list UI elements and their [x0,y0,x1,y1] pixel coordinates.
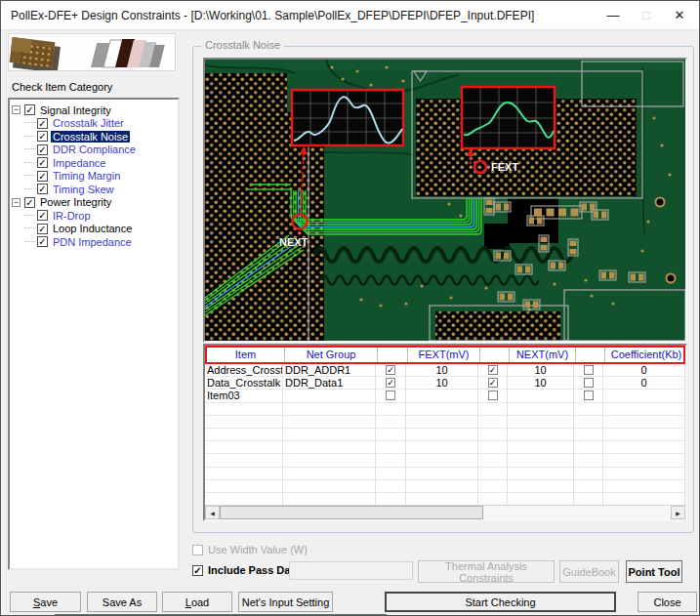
table-cell[interactable] [376,441,406,454]
include-pass-checkbox[interactable]: ✓ [192,565,203,576]
tree-item-checkbox[interactable]: ✓ [24,197,35,208]
table-cell[interactable] [574,429,603,441]
table-cell[interactable] [508,429,574,441]
table-cell[interactable] [508,480,574,493]
close-dialog-button[interactable]: Close [638,592,697,612]
tree-collapse-icon[interactable]: − [12,105,21,114]
scrollbar-thumb[interactable] [220,506,483,519]
table-cell[interactable] [508,403,574,416]
minimize-icon[interactable]: — [597,1,629,28]
table-cell[interactable] [406,429,478,441]
table-cell[interactable]: Data_Crosstalk [205,377,283,390]
close-icon[interactable]: ✕ [664,1,695,28]
table-cell[interactable]: ✓ [478,364,508,377]
table-cell[interactable] [603,429,685,441]
table-cell[interactable] [508,454,574,467]
tree-item-checkbox[interactable]: ✓ [37,131,48,142]
tree-item-checkbox[interactable]: ✓ [37,157,48,168]
table-cell[interactable]: ✓ [376,364,406,377]
use-width-checkbox[interactable] [192,545,203,555]
table-cell[interactable] [406,454,478,467]
table-cell[interactable] [478,480,508,493]
tree-item-crosstalk-noise[interactable]: ✓Crosstalk Noise [12,130,176,144]
table-cell[interactable] [508,416,574,429]
table-cell[interactable] [283,416,376,429]
table-cell[interactable] [376,416,406,429]
table-cell[interactable] [406,416,478,429]
table-cell[interactable] [508,441,574,454]
scroll-left-icon[interactable]: ◀ [205,506,220,519]
table-cell[interactable] [603,390,685,402]
horizontal-scrollbar[interactable]: ◀ ▶ [205,505,685,519]
table-cell[interactable] [574,377,603,390]
table-cell[interactable]: 0 [603,364,685,377]
table-cell[interactable]: ✓ [478,377,508,390]
thermal-analysis-button[interactable]: Thermal Analysis Constraints [418,560,555,583]
table-cell[interactable]: 0 [603,377,685,390]
tree-collapse-icon[interactable]: − [12,198,21,207]
table-cell[interactable]: Item03 [205,390,283,402]
table-cell[interactable] [478,403,508,416]
tree-item-checkbox[interactable]: ✓ [37,118,48,129]
cell-checkbox[interactable]: ✓ [386,378,395,388]
tree-item-crosstalk-jitter[interactable]: ✓Crosstalk Jitter [12,117,176,131]
table-cell[interactable] [205,429,283,441]
table-cell[interactable] [376,454,406,467]
maximize-icon[interactable]: □ [631,1,662,28]
cell-checkbox[interactable]: ✓ [386,365,395,375]
table-cell[interactable]: 10 [508,364,574,377]
tree-item-ir-drop[interactable]: ✓IR-Drop [12,209,176,223]
table-cell[interactable] [406,480,478,493]
table-cell[interactable] [283,454,376,467]
cell-checkbox[interactable] [488,390,498,400]
load-button[interactable]: Load [162,592,232,612]
tree-item-checkbox[interactable]: ✓ [37,210,48,221]
scrollbar-track[interactable] [220,506,671,519]
tree-item-checkbox[interactable]: ✓ [37,171,48,182]
table-cell[interactable]: 10 [508,377,574,390]
pass-data-input[interactable] [289,561,413,580]
table-cell[interactable] [603,468,685,480]
tree-item-checkbox[interactable]: ✓ [24,104,35,115]
table-cell[interactable] [205,416,283,429]
table-cell[interactable] [603,493,685,505]
tree-item-checkbox[interactable]: ✓ [37,184,48,194]
tree-item-checkbox[interactable]: ✓ [37,144,48,155]
point-tool-button[interactable]: Point Tool [626,560,682,583]
table-cell[interactable] [603,441,685,454]
table-cell[interactable] [376,429,406,441]
tree-item-signal-integrity[interactable]: −✓Signal Integrity [12,103,176,117]
table-cell[interactable] [478,416,508,429]
table-cell[interactable]: DDR_Data1 [283,377,376,390]
table-cell[interactable] [574,468,603,480]
table-cell[interactable] [574,441,603,454]
table-cell[interactable] [478,429,508,441]
table-cell[interactable] [283,441,376,454]
tree-item-checkbox[interactable]: ✓ [37,236,48,247]
table-cell[interactable] [406,493,478,505]
start-checking-button[interactable]: Start Checking [385,592,616,612]
table-cell[interactable] [376,390,406,402]
table-cell[interactable] [574,454,603,467]
table-cell[interactable] [283,493,376,505]
table-cell[interactable] [478,454,508,467]
table-cell[interactable] [603,416,685,429]
tree-item-timing-skew[interactable]: ✓Timing Skew [12,183,176,196]
table-cell[interactable] [508,390,574,402]
table-cell[interactable] [478,441,508,454]
table-cell[interactable]: 10 [406,377,478,390]
table-cell[interactable] [574,364,603,377]
table-cell[interactable] [406,390,478,402]
scroll-right-icon[interactable]: ▶ [671,506,685,519]
table-cell[interactable] [603,480,685,493]
table-cell[interactable] [205,454,283,467]
save-button[interactable]: Save [10,592,81,612]
table-cell[interactable] [283,403,376,416]
table-cell[interactable] [283,480,376,493]
table-cell[interactable] [283,429,376,441]
table-cell[interactable] [574,403,603,416]
table-cell[interactable] [283,390,376,402]
table-cell[interactable] [603,454,685,467]
table-cell[interactable] [574,480,603,493]
table-cell[interactable] [406,403,478,416]
